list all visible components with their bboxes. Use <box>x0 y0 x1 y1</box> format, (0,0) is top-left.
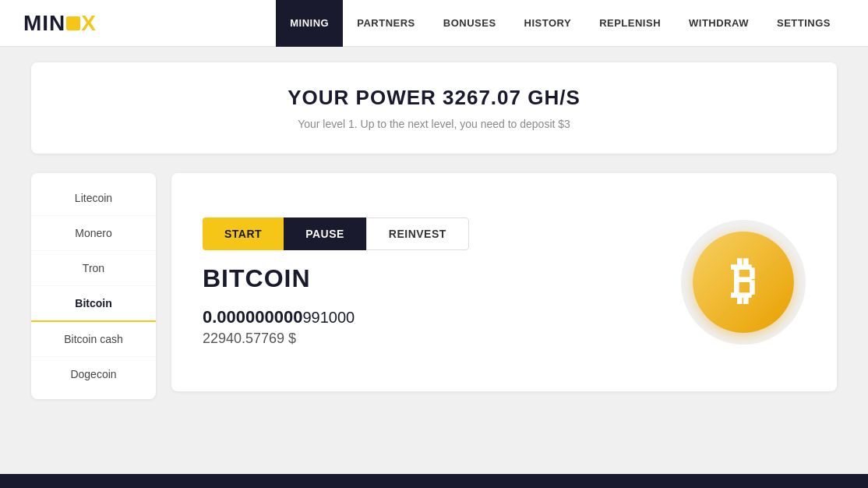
coin-list-item-litecoin[interactable]: Litecoin <box>31 181 156 216</box>
power-subtitle: Your level 1. Up to the next level, you … <box>47 118 821 130</box>
mining-card-left: START PAUSE REINVEST BITCOIN 0.000000000… <box>203 217 469 347</box>
coin-list-item-tron[interactable]: Tron <box>31 251 156 286</box>
nav-links: MINING PARTNERS BONUSES HISTORY REPLENIS… <box>276 0 845 47</box>
start-button[interactable]: START <box>203 217 284 250</box>
balance-usd: 22940.57769 $ <box>203 331 469 347</box>
logo-ex: X <box>81 11 97 36</box>
coin-list-item-monero[interactable]: Monero <box>31 216 156 251</box>
logo[interactable]: MINX <box>23 11 97 36</box>
balance-row: 0.000000000991000 22940.57769 $ <box>203 307 469 347</box>
btc-symbol: ₿ <box>731 252 756 309</box>
balance-light: 991000 <box>302 309 355 326</box>
navbar: MINX MINING PARTNERS BONUSES HISTORY REP… <box>0 0 868 47</box>
button-group: START PAUSE REINVEST <box>203 217 469 250</box>
logo-icon <box>66 16 80 30</box>
mining-section: Litecoin Monero Tron Bitcoin Bitcoin cas… <box>31 173 837 399</box>
nav-item-bonuses[interactable]: BONUSES <box>429 0 510 47</box>
nav-item-history[interactable]: HISTORY <box>510 0 586 47</box>
logo-min: MIN <box>23 11 65 36</box>
coin-title: BITCOIN <box>203 264 469 293</box>
nav-item-settings[interactable]: SETTINGS <box>763 0 845 47</box>
btc-icon-inner: ₿ <box>693 232 794 333</box>
coin-list-item-bitcoin[interactable]: Bitcoin <box>31 286 156 322</box>
bottom-bar <box>0 474 868 488</box>
btc-icon-container: ₿ <box>681 220 806 345</box>
main-content: YOUR POWER 3267.07 GH/S Your level 1. Up… <box>0 47 868 415</box>
balance-bold: 0.000000000 <box>203 307 302 327</box>
coin-list: Litecoin Monero Tron Bitcoin Bitcoin cas… <box>31 173 156 399</box>
nav-item-replenish[interactable]: REPLENISH <box>585 0 675 47</box>
balance-amount: 0.000000000991000 <box>203 307 469 327</box>
power-card: YOUR POWER 3267.07 GH/S Your level 1. Up… <box>31 62 837 154</box>
nav-item-mining[interactable]: MINING <box>276 0 343 47</box>
nav-item-partners[interactable]: PARTNERS <box>343 0 429 47</box>
coin-list-item-bitcoin-cash[interactable]: Bitcoin cash <box>31 322 156 357</box>
reinvest-button[interactable]: REINVEST <box>366 217 469 250</box>
mining-card: START PAUSE REINVEST BITCOIN 0.000000000… <box>171 173 837 391</box>
pause-button[interactable]: PAUSE <box>284 217 366 250</box>
power-title: YOUR POWER 3267.07 GH/S <box>47 86 821 110</box>
coin-list-item-dogecoin[interactable]: Dogecoin <box>31 357 156 391</box>
nav-item-withdraw[interactable]: WITHDRAW <box>675 0 763 47</box>
